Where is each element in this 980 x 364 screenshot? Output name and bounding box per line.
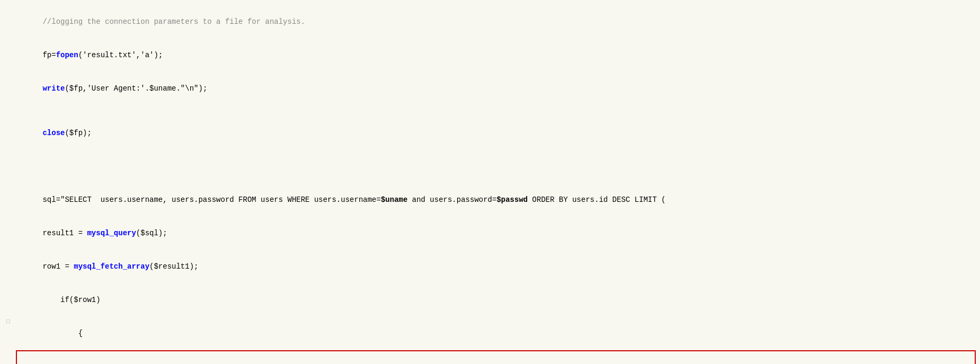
code-viewer: //logging the connection parameters to a… <box>0 0 980 364</box>
code-text: if($row1) <box>42 296 100 304</box>
gutter-marker: □ <box>6 317 10 326</box>
code-line-3: write($fp,'User Agent:'.$uname."\n"); <box>0 72 980 105</box>
code-line-12: if($row1) <box>0 283 980 317</box>
code-text: //logging the connection parameters to a… <box>42 17 305 26</box>
code-line-6 <box>0 150 980 161</box>
code-text: ($sql); <box>136 229 167 237</box>
code-text: fp= <box>42 51 56 59</box>
code-text: and users.password= <box>407 196 496 204</box>
highlighted-code-block: echo '<font color= "#FFFF00" font size =… <box>16 350 976 364</box>
code-line-10: result1 = mysql_query($sql); <box>0 217 980 250</box>
code-text: row1 = <box>42 262 74 271</box>
code-line-11: row1 = mysql_fetch_array($result1); <box>0 250 980 283</box>
code-text: $uname <box>381 196 407 204</box>
code-text: ($fp); <box>65 129 91 137</box>
code-line-13: □ { <box>0 317 980 350</box>
code-text: write <box>42 84 65 93</box>
code-line-2: fp=fopen('result.txt','a'); <box>0 39 980 72</box>
code-line-5: close($fp); <box>0 117 980 150</box>
code-text: $passwd <box>496 196 528 204</box>
code-text: result1 = <box>42 229 87 237</box>
code-text: ('result.txt','a'); <box>78 51 163 59</box>
code-text: ORDER BY users.id DESC LIMIT ( <box>528 196 665 204</box>
code-text: close <box>42 129 65 137</box>
code-text: ($fp,'User Agent:'.$uname."\n"); <box>65 84 207 93</box>
highlighted-line-1: echo '<font color= "#FFFF00" font size =… <box>17 351 975 364</box>
code-text: mysql_fetch_array <box>74 262 149 271</box>
code-text: mysql_query <box>87 229 136 237</box>
code-line-7 <box>0 161 980 172</box>
code-line-9: sql="SELECT users.username, users.passwo… <box>0 183 980 217</box>
code-text: sql="SELECT users.username, users.passwo… <box>42 196 381 204</box>
code-line-1: //logging the connection parameters to a… <box>0 5 980 39</box>
code-text: { <box>42 329 83 338</box>
code-text: ($result1); <box>149 262 198 271</box>
code-text: fopen <box>56 51 78 59</box>
code-line-4 <box>0 105 980 117</box>
code-line-8 <box>0 172 980 183</box>
